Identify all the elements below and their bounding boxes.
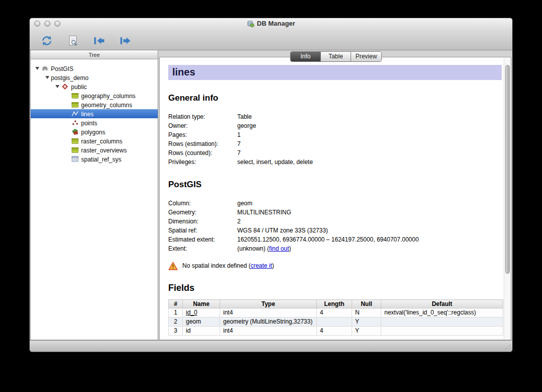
tree-item-lines[interactable]: lines [31,109,158,118]
info-row: Rows (estimation):7 [168,139,502,148]
tree-item-postgis[interactable]: PostGIS [31,64,158,73]
import-layer-button[interactable] [91,33,107,48]
disclosure-spacer [64,128,71,135]
disclosure-spacer [64,119,71,126]
tree-item-geography-columns[interactable]: geography_columns [31,91,158,100]
close-button[interactable] [34,21,40,27]
info-row: Rows (counted):7 [168,148,502,158]
point-layer-icon [71,119,79,127]
disclosure-spacer [64,146,71,153]
postgis-heading: PostGIS [168,180,502,190]
disclosure-spacer [64,92,71,99]
tree-item-label: PostGIS [51,65,74,72]
tree-panel: Tree PostGIS postgis_demo [30,50,158,340]
table-icon [71,146,79,154]
tree-item-label: raster_columns [81,137,122,145]
tree-item-label: geography_columns [81,92,136,100]
tree-item-postgis-demo[interactable]: postgis_demo [31,73,158,82]
sql-window-icon [68,35,78,47]
db-manager-window: DB Manager [29,18,513,352]
tree-item-label: geometry_columns [81,101,132,109]
info-row: Geometry:MULTILINESTRING [168,208,502,217]
fields-table: # Name Type Length Null Default 1 id_0 i [168,299,503,336]
col-header-num: # [169,300,183,308]
col-header-null: Null [352,300,381,308]
tree-item-geometry-columns[interactable]: geometry_columns [31,100,158,109]
line-layer-icon [71,110,79,118]
disclosure-spacer [64,101,71,108]
info-row: Owner:george [168,121,502,130]
tree-item-label: lines [81,110,94,118]
fields-header-row: # Name Type Length Null Default [169,300,503,308]
table-icon [71,137,79,145]
page-title: lines [168,65,502,80]
tree-item-points[interactable]: points [31,118,158,127]
vertical-scrollbar[interactable] [504,58,510,339]
window-title-text: DB Manager [257,18,295,29]
info-row: Spatial ref:WGS 84 / UTM zone 33S (32733… [168,226,502,235]
export-layer-icon [119,35,132,46]
table-icon [71,92,79,100]
tab-bar: Info Table Preview [290,51,382,62]
ref-table-icon [71,155,79,163]
tree-item-label: spatial_ref_sys [81,155,121,163]
info-row: Estimated extent:1620551.12500, 6936774.… [168,235,502,244]
tab-table[interactable]: Table [321,52,351,61]
db-manager-app-icon [247,20,254,28]
info-panel: lines General info Relation type:Table O… [159,57,511,340]
disclosure-triangle[interactable] [34,65,41,72]
col-header-type: Type [220,300,317,308]
info-row: Column:geom [168,199,502,208]
tab-info[interactable]: Info [291,52,321,61]
import-layer-icon [93,35,106,46]
postgis-icon [41,64,49,72]
main-area: Tree PostGIS postgis_demo [30,50,512,340]
general-info-heading: General info [168,93,502,103]
info-row-extent: Extent: (unknown) (find out) [168,244,502,253]
toolbar [30,29,512,49]
titlebar[interactable]: DB Manager [30,18,512,29]
create-index-link[interactable]: create it [250,262,272,269]
sql-window-button[interactable] [65,33,81,48]
db-tree: PostGIS postgis_demo public [31,59,158,164]
export-layer-button[interactable] [117,33,133,48]
field-row: 3 id int4 4 Y [169,327,503,336]
minimize-button[interactable] [44,21,50,27]
scrollbar-thumb[interactable] [505,65,510,274]
tree-item-label: points [81,119,97,127]
spatial-index-warning: No spatial index defined (create it) [168,261,502,271]
col-header-name: Name [183,300,220,308]
window-title: DB Manager [247,18,295,29]
disclosure-spacer [64,110,71,117]
info-content: lines General info Relation type:Table O… [160,58,504,339]
zoom-button[interactable] [54,21,60,27]
tree-item-polygons[interactable]: polygons [31,127,158,136]
find-out-link[interactable]: find out [269,245,289,252]
field-name: geom [183,318,220,327]
fields-heading: Fields [168,283,502,293]
table-icon [71,101,79,109]
tree-item-label: polygons [81,128,105,136]
field-row: 1 id_0 int4 4 N nextval('lines_id_0_seq'… [169,308,503,318]
disclosure-spacer [64,155,71,163]
postgis-rows: Column:geom Geometry:MULTILINESTRING Dim… [168,199,502,253]
info-row: Pages:1 [168,130,502,139]
info-row: Dimension:2 [168,217,502,226]
tab-preview[interactable]: Preview [351,52,381,61]
schema-icon [61,83,69,91]
disclosure-spacer [64,137,71,144]
disclosure-triangle[interactable] [54,83,61,90]
tree-item-spatial-ref-sys[interactable]: spatial_ref_sys [31,154,158,164]
resize-grip[interactable] [503,343,511,351]
col-header-length: Length [317,300,352,308]
refresh-button[interactable] [39,33,55,48]
tree-item-public[interactable]: public [31,82,158,91]
statusbar [30,340,512,352]
tree-item-raster-overviews[interactable]: raster_overviews [31,145,158,154]
window-chrome: DB Manager [30,18,512,50]
tree-item-label: public [71,83,87,91]
warning-icon [168,262,178,270]
general-info-rows: Relation type:Table Owner:george Pages:1… [168,112,502,167]
tree-item-raster-columns[interactable]: raster_columns [31,136,158,145]
disclosure-triangle[interactable] [44,74,51,81]
